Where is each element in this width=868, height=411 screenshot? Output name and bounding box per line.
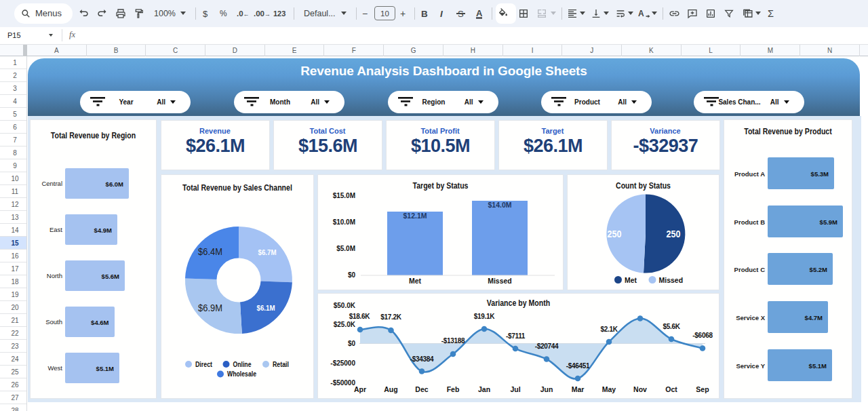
svg-text:Mar: Mar — [572, 385, 585, 393]
svg-text:Feb: Feb — [447, 385, 460, 393]
svg-text:$14.0M: $14.0M — [488, 201, 511, 209]
svg-text:Dec: Dec — [415, 385, 428, 393]
svg-text:Wholesale: Wholesale — [227, 370, 256, 378]
svg-text:May: May — [602, 385, 616, 393]
svg-text:$12.1M: $12.1M — [403, 212, 427, 220]
svg-text:$50.0K: $50.0K — [334, 302, 356, 309]
svg-text:$17.2K: $17.2K — [380, 313, 402, 321]
svg-text:Met: Met — [409, 277, 422, 285]
svg-text:$6.4M: $6.4M — [198, 246, 222, 257]
svg-text:$5.6K: $5.6K — [663, 323, 680, 330]
svg-text:$6.7M: $6.7M — [258, 248, 277, 256]
svg-text:$5.0M: $5.0M — [336, 245, 355, 252]
svg-text:Retail: Retail — [273, 361, 289, 368]
svg-text:Met: Met — [625, 276, 637, 284]
svg-text:Missed: Missed — [659, 276, 684, 284]
svg-text:$2.1K: $2.1K — [600, 326, 618, 333]
svg-text:Apr: Apr — [354, 385, 366, 393]
svg-text:-$46451: -$46451 — [566, 362, 590, 370]
svg-text:$6.9M: $6.9M — [198, 302, 222, 313]
svg-text:-$50000: -$50000 — [330, 379, 355, 387]
svg-text:$0: $0 — [348, 271, 356, 279]
svg-text:-$7111: -$7111 — [506, 332, 526, 340]
svg-text:250: 250 — [667, 228, 681, 239]
svg-text:Sep: Sep — [696, 385, 709, 393]
svg-text:-$25000: -$25000 — [330, 359, 355, 367]
svg-text:Oct: Oct — [665, 385, 677, 393]
svg-text:-$13188: -$13188 — [441, 337, 465, 345]
svg-text:$18.6K: $18.6K — [349, 313, 371, 320]
svg-text:$19.1K: $19.1K — [474, 313, 496, 320]
svg-text:$6.1M: $6.1M — [257, 304, 275, 312]
svg-text:Missed: Missed — [488, 277, 512, 285]
svg-text:$0: $0 — [348, 340, 356, 347]
svg-text:Nov: Nov — [633, 385, 647, 393]
svg-text:$15.0M: $15.0M — [333, 192, 355, 199]
svg-text:Aug: Aug — [384, 385, 397, 393]
svg-text:$25.0K: $25.0K — [334, 321, 356, 328]
svg-text:$10.0M: $10.0M — [333, 218, 355, 226]
svg-text:-$34384: -$34384 — [410, 355, 434, 363]
svg-text:Direct: Direct — [195, 361, 213, 368]
svg-text:Jul: Jul — [510, 385, 520, 393]
svg-text:Online: Online — [233, 361, 252, 368]
svg-text:-$6068: -$6068 — [692, 332, 713, 339]
svg-text:Jan: Jan — [478, 385, 490, 393]
svg-text:250: 250 — [608, 228, 622, 239]
svg-text:Jun: Jun — [540, 385, 553, 393]
svg-text:-$20744: -$20744 — [535, 342, 559, 350]
